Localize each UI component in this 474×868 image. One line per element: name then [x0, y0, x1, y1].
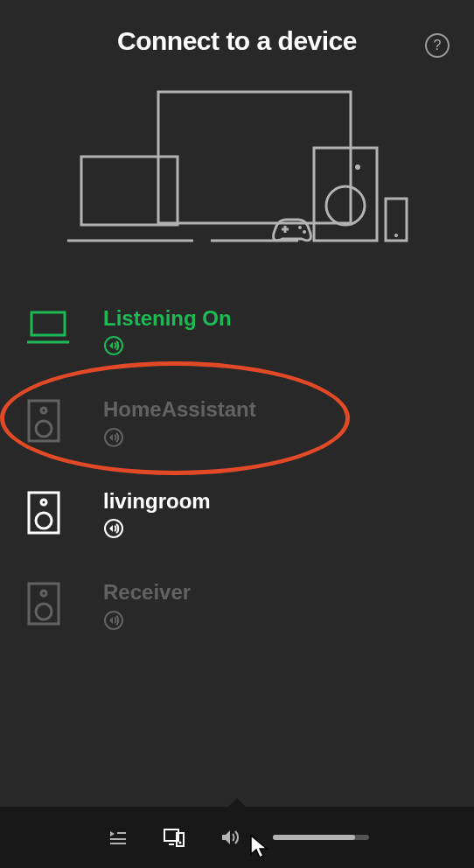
laptop-icon [26, 307, 70, 349]
help-button[interactable]: ? [425, 33, 450, 58]
svg-rect-0 [158, 92, 351, 223]
spotify-connect-icon [103, 610, 191, 634]
svg-point-34 [179, 842, 182, 844]
help-icon: ? [434, 38, 442, 53]
header: Connect to a device ? [0, 0, 474, 65]
queue-button[interactable] [105, 824, 131, 850]
device-livingroom[interactable]: livingroom [26, 471, 448, 562]
svg-point-8 [394, 234, 398, 237]
svg-point-21 [36, 513, 52, 528]
device-list: Listening On HomeAssistant [0, 288, 474, 654]
speaker-icon [26, 490, 70, 532]
speaker-icon [26, 581, 70, 623]
svg-point-6 [355, 164, 360, 170]
svg-point-17 [36, 421, 52, 437]
svg-rect-4 [314, 148, 377, 241]
device-name: HomeAssistant [103, 398, 256, 421]
device-name: livingroom [103, 490, 211, 513]
svg-point-10 [303, 230, 306, 234]
svg-point-25 [36, 604, 52, 620]
device-current[interactable]: Listening On [26, 288, 448, 379]
spotify-connect-icon [103, 335, 232, 360]
volume-slider[interactable] [273, 835, 369, 840]
svg-point-18 [41, 408, 46, 413]
svg-point-19 [105, 429, 122, 446]
svg-rect-2 [81, 157, 178, 225]
device-name: Listening On [103, 307, 232, 330]
svg-point-26 [41, 591, 46, 596]
speaker-icon [26, 398, 70, 440]
player-bar [0, 807, 474, 868]
volume-fill [273, 835, 355, 840]
svg-point-15 [105, 337, 122, 354]
svg-point-5 [326, 186, 365, 225]
svg-point-27 [105, 612, 122, 629]
svg-point-23 [105, 520, 122, 537]
device-homeassistant[interactable]: HomeAssistant [26, 379, 448, 470]
device-name: Receiver [103, 581, 191, 604]
svg-point-9 [298, 226, 302, 229]
devices-illustration [0, 65, 474, 288]
svg-rect-13 [31, 312, 65, 335]
spotify-connect-icon [103, 518, 211, 542]
device-receiver[interactable]: Receiver [26, 562, 448, 653]
page-title: Connect to a device [117, 26, 357, 56]
devices-button[interactable] [161, 824, 187, 850]
volume-button[interactable] [217, 824, 243, 850]
svg-point-22 [41, 500, 46, 505]
spotify-connect-icon [103, 427, 256, 452]
